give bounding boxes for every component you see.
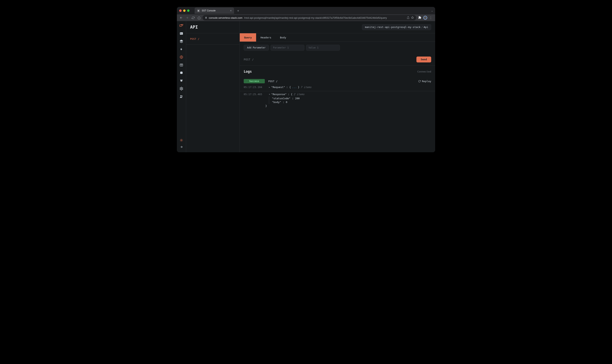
breadcrumb-separator: / <box>421 26 423 28</box>
svg-rect-0 <box>205 17 207 18</box>
terminal-icon[interactable] <box>178 30 184 37</box>
add-parameter-button[interactable]: Add Parameter <box>244 45 269 51</box>
reload-button[interactable] <box>191 15 195 20</box>
send-button[interactable]: Send <box>416 56 431 63</box>
address-bar: console.serverless-stack.com/rest-api-po… <box>177 14 435 21</box>
timestamp: 05:17:25.465 <box>244 93 265 96</box>
table-icon[interactable] <box>178 62 184 68</box>
maximize-window-button[interactable] <box>187 10 190 12</box>
tab-bar: ◧ SST Console × + ⌄ <box>177 7 435 14</box>
svg-marker-3 <box>180 40 183 41</box>
json-field: "body" : 0 <box>269 100 435 104</box>
expand-icon[interactable]: ▶ <box>269 86 270 88</box>
close-window-button[interactable] <box>179 10 182 12</box>
close-tab-button[interactable]: × <box>230 9 232 12</box>
svg-point-11 <box>181 90 182 90</box>
status-badge: Success <box>244 79 265 83</box>
method-path: POST / <box>244 58 254 61</box>
svg-point-14 <box>180 89 180 90</box>
sidebar <box>177 21 186 152</box>
param-name-input[interactable] <box>271 45 304 51</box>
log-method-path: POST / <box>268 80 278 83</box>
svg-rect-9 <box>180 80 183 80</box>
breadcrumb-resource: Api <box>424 26 428 28</box>
send-row: POST / Send <box>240 53 435 65</box>
tab-query[interactable]: Query <box>240 33 256 41</box>
minimize-window-button[interactable] <box>183 10 186 12</box>
layers-icon[interactable] <box>178 39 184 44</box>
svg-point-13 <box>182 88 183 88</box>
browser-tab[interactable]: ◧ SST Console × <box>195 8 234 14</box>
theme-icon[interactable] <box>178 137 184 143</box>
globe-icon[interactable] <box>178 54 184 60</box>
archive-icon[interactable] <box>178 78 184 84</box>
connection-status: Connected <box>417 70 431 73</box>
collapse-icon[interactable] <box>178 144 184 150</box>
tab-body[interactable]: Body <box>276 33 290 41</box>
new-tab-button[interactable]: + <box>236 8 241 13</box>
share-icon[interactable] <box>407 16 409 20</box>
extensions-button[interactable] <box>417 16 422 20</box>
profile-avatar[interactable] <box>423 16 427 20</box>
replay-button[interactable]: Replay <box>418 80 431 83</box>
svg-rect-2 <box>180 32 183 35</box>
json-close-brace: } <box>265 104 435 108</box>
page-title: API <box>186 21 240 33</box>
traffic-lights <box>179 10 190 12</box>
collapse-icon[interactable]: ▼ <box>269 93 270 95</box>
database-icon[interactable] <box>178 70 184 76</box>
svg-point-18 <box>181 140 182 141</box>
home-button[interactable] <box>197 15 201 20</box>
svg-point-17 <box>182 96 183 97</box>
users-icon[interactable] <box>178 93 184 100</box>
logs-header: Logs Connected <box>240 65 435 78</box>
menu-button[interactable]: ⋮ <box>428 16 433 20</box>
back-button[interactable] <box>179 15 184 20</box>
lock-icon <box>205 16 207 19</box>
bolt-icon[interactable] <box>178 46 184 52</box>
svg-point-10 <box>181 87 182 87</box>
breadcrumb-stack: manitej-rest-api-postgresql-my-stack <box>365 26 421 28</box>
bookmark-icon[interactable] <box>411 16 414 20</box>
main-header: manitej-rest-api-postgresql-my-stack / A… <box>240 21 435 33</box>
timestamp: 05:17:23.104 <box>244 86 265 89</box>
tab-title: SST Console <box>202 9 216 12</box>
graphql-icon[interactable] <box>178 86 184 91</box>
url-path: /rest-api-postgresql/manitej/api/manitej… <box>244 16 387 19</box>
svg-marker-1 <box>411 16 414 18</box>
main-panel: manitej-rest-api-postgresql-my-stack / A… <box>240 21 435 152</box>
request-tabs: Query Headers Body <box>240 33 435 41</box>
forward-button[interactable] <box>185 15 190 20</box>
svg-point-15 <box>182 89 183 90</box>
replay-icon <box>418 80 421 82</box>
tab-headers[interactable]: Headers <box>256 33 276 41</box>
favicon-icon: ◧ <box>197 9 200 12</box>
tab-list-button[interactable]: ⌄ <box>431 9 433 12</box>
route-item[interactable]: POST / <box>186 33 240 45</box>
log-summary-row: Success POST / Replay <box>240 78 435 85</box>
svg-point-12 <box>180 88 180 88</box>
logo-icon[interactable] <box>178 23 184 28</box>
svg-point-16 <box>180 95 182 96</box>
param-value-input[interactable] <box>306 45 340 51</box>
routes-panel: API POST / <box>186 21 240 152</box>
browser-window: ◧ SST Console × + ⌄ console.serverless-s… <box>177 7 435 152</box>
request-log-line: 05:17:23.104 ▶ "Request" : {...} 7 items <box>240 85 435 91</box>
url-host: console.serverless-stack.com <box>209 16 243 19</box>
logs-title: Logs <box>244 69 252 74</box>
app-content: API POST / manitej-rest-api-postgresql-m… <box>177 21 435 152</box>
url-input[interactable]: console.serverless-stack.com/rest-api-po… <box>203 15 416 21</box>
response-log-line: 05:17:25.465 ▼ "Response" : { 2 items <box>240 92 435 96</box>
breadcrumb[interactable]: manitej-rest-api-postgresql-my-stack / A… <box>362 24 431 30</box>
params-toolbar: Add Parameter <box>240 41 435 53</box>
json-field: "statusCode" : 200 <box>269 96 435 100</box>
